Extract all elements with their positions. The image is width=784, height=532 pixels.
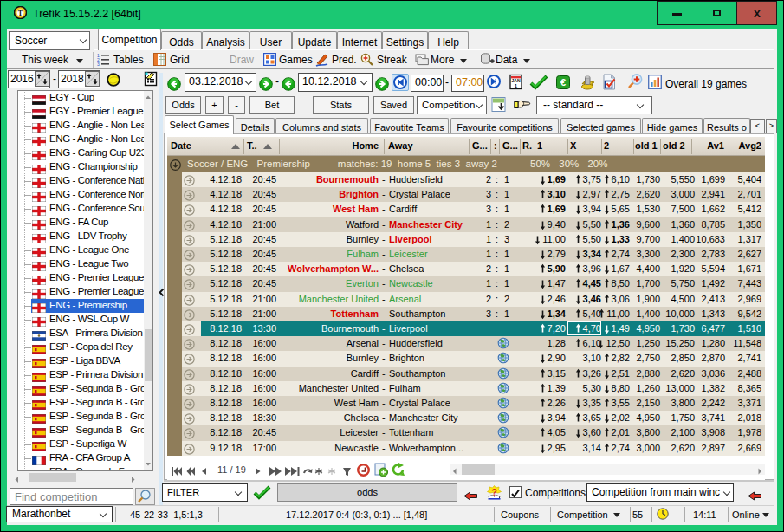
svg-text:€: € bbox=[560, 77, 566, 88]
svg-text:?: ? bbox=[491, 487, 497, 497]
svg-text:T: T bbox=[18, 10, 23, 17]
svg-text:3: 3 bbox=[97, 62, 100, 66]
